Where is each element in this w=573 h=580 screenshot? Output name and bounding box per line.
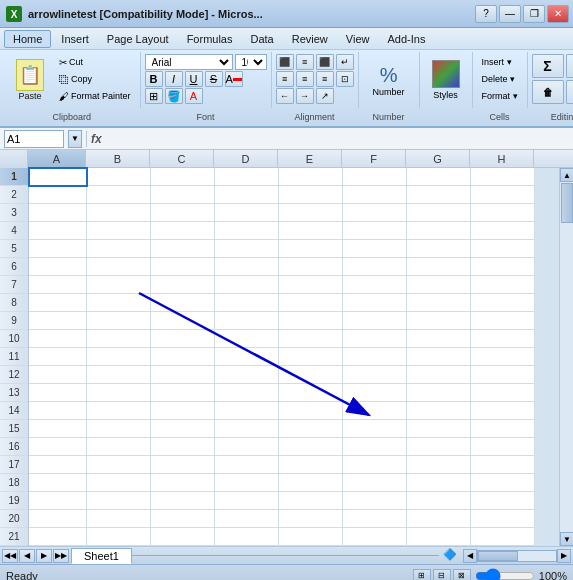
cell-B21[interactable]: [87, 528, 151, 546]
row-num-8[interactable]: 8: [0, 294, 28, 312]
col-header-D[interactable]: D: [214, 150, 278, 167]
cell-C6[interactable]: [151, 258, 215, 276]
cell-E7[interactable]: [279, 276, 343, 294]
cell-A11[interactable]: [29, 348, 87, 366]
cell-D16[interactable]: [215, 438, 279, 456]
close-button[interactable]: ✕: [547, 5, 569, 23]
cell-D19[interactable]: [215, 492, 279, 510]
last-sheet-button[interactable]: ▶▶: [53, 549, 69, 563]
cell-D10[interactable]: [215, 330, 279, 348]
cell-C21[interactable]: [151, 528, 215, 546]
align-middle-left-button[interactable]: ≡: [276, 71, 294, 87]
cell-F5[interactable]: [343, 240, 407, 258]
col-header-E[interactable]: E: [278, 150, 342, 167]
cell-B4[interactable]: [87, 222, 151, 240]
cell-E20[interactable]: [279, 510, 343, 528]
delete-cells-button[interactable]: Delete ▾: [477, 71, 523, 87]
underline-button[interactable]: U: [185, 71, 203, 87]
cell-B13[interactable]: [87, 384, 151, 402]
cell-D9[interactable]: [215, 312, 279, 330]
name-box[interactable]: A1: [4, 130, 64, 148]
cell-A17[interactable]: [29, 456, 87, 474]
cell-B19[interactable]: [87, 492, 151, 510]
cell-B1[interactable]: [87, 168, 151, 186]
row-num-17[interactable]: 17: [0, 456, 28, 474]
cell-F13[interactable]: [343, 384, 407, 402]
cell-F20[interactable]: [343, 510, 407, 528]
cell-D11[interactable]: [215, 348, 279, 366]
cell-C19[interactable]: [151, 492, 215, 510]
scroll-left-button[interactable]: ◀: [463, 549, 477, 563]
cell-D3[interactable]: [215, 204, 279, 222]
cell-D8[interactable]: [215, 294, 279, 312]
first-sheet-button[interactable]: ◀◀: [2, 549, 18, 563]
align-middle-center-button[interactable]: ≡: [296, 71, 314, 87]
cell-E4[interactable]: [279, 222, 343, 240]
cell-H17[interactable]: [471, 456, 535, 474]
cell-C15[interactable]: [151, 420, 215, 438]
merge-button[interactable]: ⊡: [336, 71, 354, 87]
row-num-6[interactable]: 6: [0, 258, 28, 276]
insert-cells-button[interactable]: Insert ▾: [477, 54, 523, 70]
row-num-19[interactable]: 19: [0, 492, 28, 510]
cell-C14[interactable]: [151, 402, 215, 420]
cell-A1[interactable]: [29, 168, 87, 186]
cell-A14[interactable]: [29, 402, 87, 420]
cell-F7[interactable]: [343, 276, 407, 294]
hscroll-thumb[interactable]: [478, 551, 518, 561]
cell-B7[interactable]: [87, 276, 151, 294]
row-num-14[interactable]: 14: [0, 402, 28, 420]
cell-D6[interactable]: [215, 258, 279, 276]
font-name-select[interactable]: Arial: [145, 54, 233, 70]
border-button[interactable]: ⊞: [145, 88, 163, 104]
cell-E2[interactable]: [279, 186, 343, 204]
align-top-left-button[interactable]: ⬛: [276, 54, 294, 70]
cell-F9[interactable]: [343, 312, 407, 330]
help-button[interactable]: ?: [475, 5, 497, 23]
row-num-4[interactable]: 4: [0, 222, 28, 240]
cell-E21[interactable]: [279, 528, 343, 546]
cell-E6[interactable]: [279, 258, 343, 276]
cell-C8[interactable]: [151, 294, 215, 312]
align-top-right-button[interactable]: ⬛: [316, 54, 334, 70]
cell-F17[interactable]: [343, 456, 407, 474]
row-num-2[interactable]: 2: [0, 186, 28, 204]
cell-G17[interactable]: [407, 456, 471, 474]
row-num-20[interactable]: 20: [0, 510, 28, 528]
cell-D7[interactable]: [215, 276, 279, 294]
row-num-21[interactable]: 21: [0, 528, 28, 546]
format-cells-button[interactable]: Format ▾: [477, 88, 523, 104]
cell-G16[interactable]: [407, 438, 471, 456]
cell-C9[interactable]: [151, 312, 215, 330]
sum-button[interactable]: Σ: [532, 54, 564, 78]
cell-A3[interactable]: [29, 204, 87, 222]
cell-B9[interactable]: [87, 312, 151, 330]
cell-A20[interactable]: [29, 510, 87, 528]
cell-D15[interactable]: [215, 420, 279, 438]
cell-H12[interactable]: [471, 366, 535, 384]
cell-C20[interactable]: [151, 510, 215, 528]
sort-button[interactable]: ↕A: [566, 54, 573, 78]
cell-C16[interactable]: [151, 438, 215, 456]
cell-B12[interactable]: [87, 366, 151, 384]
cell-E3[interactable]: [279, 204, 343, 222]
cell-H15[interactable]: [471, 420, 535, 438]
col-header-H[interactable]: H: [470, 150, 534, 167]
cell-E9[interactable]: [279, 312, 343, 330]
cell-H9[interactable]: [471, 312, 535, 330]
row-num-13[interactable]: 13: [0, 384, 28, 402]
cell-G14[interactable]: [407, 402, 471, 420]
cell-E1[interactable]: [279, 168, 343, 186]
cell-E16[interactable]: [279, 438, 343, 456]
cell-C13[interactable]: [151, 384, 215, 402]
cell-G1[interactable]: [407, 168, 471, 186]
cell-B20[interactable]: [87, 510, 151, 528]
copy-button[interactable]: ⿻ Copy: [54, 71, 136, 87]
cell-C7[interactable]: [151, 276, 215, 294]
cell-C17[interactable]: [151, 456, 215, 474]
cell-F2[interactable]: [343, 186, 407, 204]
zoom-slider[interactable]: [475, 570, 535, 581]
cell-G18[interactable]: [407, 474, 471, 492]
cell-G6[interactable]: [407, 258, 471, 276]
paste-button[interactable]: 📋 Paste: [8, 54, 52, 106]
